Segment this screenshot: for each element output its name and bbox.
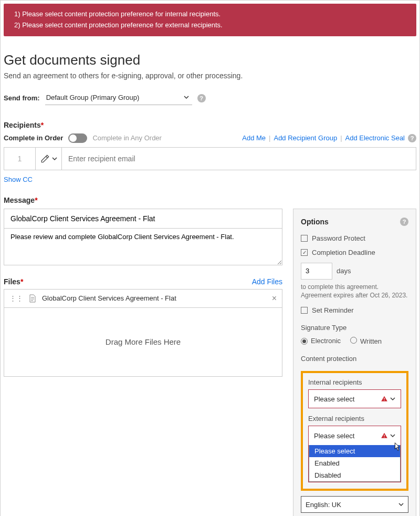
order-row: Complete in Order Complete in Any Order … (4, 133, 416, 143)
password-protect-option[interactable]: Password Protect (301, 234, 408, 242)
dropdown-options-list: Please select Enabled Disabled (309, 445, 401, 482)
add-electronic-seal-link[interactable]: Add Electronic Seal (345, 134, 405, 142)
svg-rect-0 (384, 398, 384, 399)
radio-written[interactable]: Written (350, 337, 382, 345)
help-icon[interactable]: ? (197, 94, 206, 102)
external-recipients-label: External recipients (308, 415, 401, 422)
help-icon[interactable]: ? (400, 218, 408, 226)
files-box: ⋮⋮ GlobalCorp Client Services Agreement … (4, 289, 282, 377)
svg-rect-1 (384, 400, 384, 401)
external-recipients-dropdown[interactable]: Please select Please select Enabled Disa… (308, 426, 401, 482)
link-divider: | (340, 134, 342, 142)
internal-recipients-dropdown[interactable]: Please select (308, 389, 401, 408)
dropdown-option-disabled[interactable]: Disabled (309, 469, 400, 481)
alert-triangle-icon (381, 432, 388, 439)
add-recipient-group-link[interactable]: Add Recipient Group (274, 134, 337, 142)
completion-deadline-option[interactable]: ✓ Completion Deadline (301, 249, 408, 256)
radio-unchecked-icon (350, 337, 357, 344)
chevron-down-icon (390, 396, 395, 401)
page-subtitle: Send an agreement to others for e-signin… (4, 71, 416, 80)
deadline-note: to complete this agreement. Agreement ex… (301, 283, 408, 301)
checkbox-unchecked[interactable] (301, 307, 308, 314)
chevron-down-icon (52, 156, 57, 161)
grip-icon[interactable]: ⋮⋮ (9, 294, 23, 302)
message-body-textarea[interactable]: Please review and complete GlobalCorp Cl… (4, 229, 282, 265)
alert-triangle-icon (381, 395, 388, 403)
recipient-role-selector[interactable] (36, 148, 62, 170)
send-from-label: Send from: (4, 94, 40, 102)
language-dropdown[interactable]: English: UK (301, 496, 408, 513)
link-divider: | (269, 134, 270, 142)
file-drop-zone[interactable]: Drag More Files Here (4, 308, 282, 376)
recipient-email-input[interactable] (68, 148, 410, 170)
help-icon[interactable]: ? (408, 134, 416, 142)
file-item: ⋮⋮ GlobalCorp Client Services Agreement … (4, 290, 282, 308)
complete-in-order-label: Complete in Order (4, 134, 63, 142)
radio-electronic[interactable]: Electronic (301, 337, 341, 345)
chevron-down-icon (390, 433, 395, 438)
pen-icon (40, 154, 50, 163)
files-label: Files* (4, 277, 23, 286)
svg-rect-2 (384, 435, 384, 436)
order-toggle[interactable] (68, 133, 87, 143)
add-files-link[interactable]: Add Files (252, 277, 282, 286)
send-from-row: Send from: Default Group (Primary Group)… (4, 91, 416, 105)
checkbox-unchecked[interactable] (301, 235, 308, 242)
message-subject-input[interactable] (4, 209, 282, 229)
content-protection-highlight: Internal recipients Please select Extern… (301, 371, 408, 491)
alert-line-1: 1) Please select content protection pref… (14, 9, 406, 20)
days-label: days (337, 267, 351, 275)
radio-checked-icon (301, 338, 308, 345)
svg-rect-3 (384, 437, 384, 438)
checkbox-checked[interactable]: ✓ (301, 249, 308, 256)
remove-file-button[interactable]: × (272, 294, 277, 303)
dropdown-option-enabled[interactable]: Enabled (309, 457, 400, 469)
recipient-row: 1 (4, 147, 416, 170)
chevron-down-icon (398, 502, 404, 507)
deadline-days-input[interactable] (301, 263, 332, 280)
message-label: Message* (4, 196, 416, 204)
internal-recipients-label: Internal recipients (308, 378, 401, 386)
chevron-down-icon (184, 95, 189, 100)
set-reminder-option[interactable]: Set Reminder (301, 306, 408, 314)
complete-any-order-label: Complete in Any Order (92, 134, 162, 142)
validation-alert: 1) Please select content protection pref… (4, 4, 416, 36)
add-me-link[interactable]: Add Me (242, 134, 266, 142)
dropdown-option-please-select[interactable]: Please select (309, 445, 400, 457)
recipient-index: 1 (4, 148, 36, 170)
pointer-cursor-icon (391, 441, 403, 452)
page-title: Get documents signed (4, 52, 416, 68)
send-from-dropdown[interactable]: Default Group (Primary Group) (45, 91, 192, 105)
options-panel: Options ? Password Protect ✓ Completion … (293, 209, 416, 516)
recipients-label: Recipients* (4, 121, 416, 129)
document-icon (28, 294, 37, 303)
alert-line-2: 2) Please select content protection pref… (14, 20, 406, 31)
show-cc-link[interactable]: Show CC (4, 176, 33, 183)
file-name: GlobalCorp Client Services Agreement - F… (42, 294, 176, 302)
signature-type-label: Signature Type (301, 324, 408, 332)
content-protection-label: Content protection (301, 355, 408, 363)
options-title: Options (301, 218, 329, 226)
send-from-value: Default Group (Primary Group) (46, 94, 140, 101)
